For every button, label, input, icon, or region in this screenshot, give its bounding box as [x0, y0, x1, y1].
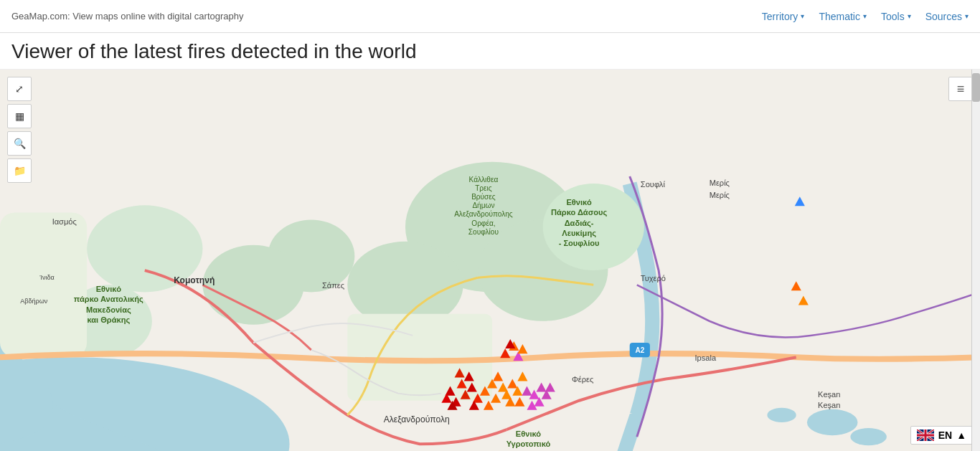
scrollbar-track[interactable]	[971, 70, 980, 451]
svg-point-3	[850, 428, 886, 445]
svg-text:Αλεξανδρούπολη: Αλεξανδρούπολη	[384, 414, 450, 424]
thematic-caret-icon: ▾	[863, 12, 867, 20]
svg-text:Αβδήρων: Αβδήρων	[20, 298, 48, 305]
nav-tools[interactable]: Tools ▾	[881, 11, 911, 22]
svg-text:Keşan: Keşan	[818, 401, 840, 409]
svg-point-8	[543, 184, 644, 270]
svg-text:Σουφλί: Σουφλί	[641, 180, 666, 189]
site-title: GeaMap.com: View maps online with digita…	[11, 11, 243, 22]
svg-text:Τρεις: Τρεις	[475, 184, 492, 192]
map-background: A2 Κομοτηνή Ιασμός Σάπες Φέρες Τυχερό Αλ…	[0, 70, 980, 451]
svg-text:Ιασμός: Ιασμός	[52, 217, 77, 226]
page-title-bar: Viewer of the latest fires detected in t…	[0, 33, 980, 70]
svg-text:Σάπες: Σάπες	[322, 281, 344, 290]
svg-text:Ίνιδα: Ίνιδα	[39, 274, 54, 281]
svg-text:Εθνικό: Εθνικό	[566, 198, 591, 206]
svg-text:Δήμων: Δήμων	[472, 201, 494, 209]
map-controls: ⤢ ▦ 🔍 📁	[7, 77, 32, 183]
folder-button[interactable]: 📁	[7, 158, 32, 183]
svg-text:Τυχερό: Τυχερό	[641, 274, 666, 283]
svg-text:Εθνικό: Εθνικό	[96, 285, 121, 293]
svg-text:Εθνικό: Εθνικό	[516, 429, 541, 438]
tools-caret-icon: ▾	[908, 12, 911, 20]
svg-text:Κομοτηνή: Κομοτηνή	[174, 275, 215, 285]
nav-thematic[interactable]: Thematic ▾	[819, 11, 867, 22]
svg-text:Μερίς: Μερίς	[710, 179, 730, 187]
svg-text:Σουφλίου: Σουφλίου	[468, 228, 499, 236]
svg-text:Keşan: Keşan	[818, 390, 840, 399]
svg-text:και Θράκης: και Θράκης	[87, 315, 130, 325]
svg-text:Ορφέα,: Ορφέα,	[471, 219, 495, 227]
page-title: Viewer of the latest fires detected in t…	[11, 40, 969, 63]
search-icon: 🔍	[14, 138, 26, 149]
fullscreen-icon: ⤢	[15, 83, 24, 95]
uk-flag-icon	[917, 429, 934, 441]
layer-control: ≡	[948, 77, 973, 101]
svg-text:Δαδιάς-: Δαδιάς-	[565, 219, 594, 228]
screenshot-button[interactable]: ▦	[7, 104, 32, 128]
svg-point-4	[767, 408, 796, 422]
svg-point-2	[807, 409, 858, 435]
screenshot-icon: ▦	[15, 110, 24, 122]
folder-icon: 📁	[14, 165, 26, 176]
svg-text:A2: A2	[635, 346, 644, 354]
nav-territory[interactable]: Territory ▾	[762, 11, 805, 22]
svg-text:Υγροτοπικό: Υγροτοπικό	[507, 440, 551, 448]
svg-text:Λευκίμης: Λευκίμης	[562, 229, 596, 238]
language-chevron-icon: ▲	[956, 429, 966, 441]
layer-button[interactable]: ≡	[948, 77, 973, 101]
search-button[interactable]: 🔍	[7, 131, 32, 156]
nav-sources[interactable]: Sources ▾	[925, 11, 969, 22]
svg-text:Βρύσες: Βρύσες	[471, 193, 496, 201]
svg-point-10	[202, 245, 303, 325]
svg-text:Μερίς: Μερίς	[710, 191, 730, 199]
language-selector[interactable]: EN ▲	[910, 426, 973, 445]
svg-rect-13	[0, 212, 87, 357]
svg-text:Ipsala: Ipsala	[695, 353, 717, 362]
svg-text:πάρκο Ανατολικής: πάρκο Ανατολικής	[74, 295, 143, 305]
language-code: EN	[938, 429, 952, 441]
layers-icon: ≡	[957, 82, 965, 97]
map-container[interactable]: A2 Κομοτηνή Ιασμός Σάπες Φέρες Τυχερό Αλ…	[0, 70, 980, 451]
svg-text:Αλεξανδρούπολης: Αλεξανδρούπολης	[454, 210, 513, 218]
territory-caret-icon: ▾	[801, 12, 804, 20]
main-nav: Territory ▾ Thematic ▾ Tools ▾ Sources ▾	[762, 11, 969, 22]
svg-text:Πάρκο Δάσους: Πάρκο Δάσους	[551, 208, 607, 217]
fullscreen-button[interactable]: ⤢	[7, 77, 32, 101]
svg-text:Κάλλιθεα: Κάλλιθεα	[469, 176, 499, 184]
sources-caret-icon: ▾	[965, 12, 969, 20]
header: GeaMap.com: View maps online with digita…	[0, 0, 980, 33]
svg-text:Φέρες: Φέρες	[572, 375, 593, 384]
svg-text:- Σουφλίου: - Σουφλίου	[559, 239, 600, 247]
scrollbar-thumb[interactable]	[972, 73, 980, 102]
svg-text:Μακεδονίας: Μακεδονίας	[86, 305, 131, 315]
